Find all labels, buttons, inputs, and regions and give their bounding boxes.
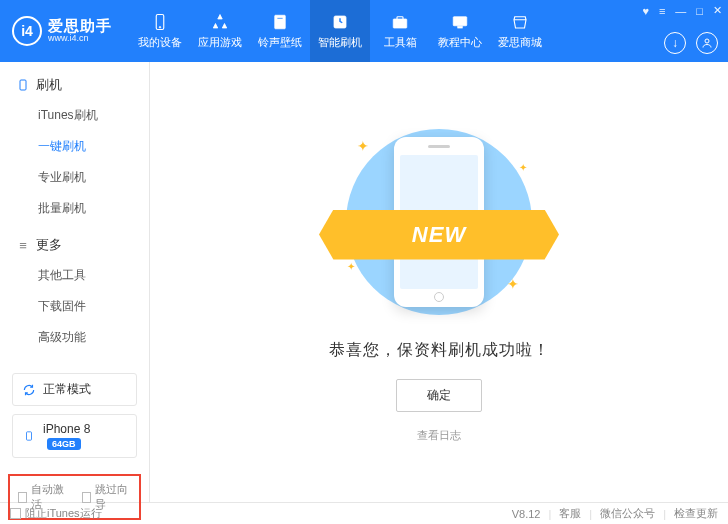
- svg-rect-11: [27, 432, 32, 440]
- app-header: i4 爱思助手 www.i4.cn 我的设备 应用游戏 铃声壁纸 智能刷机 工具…: [0, 0, 728, 62]
- nav-store[interactable]: 爱思商城: [490, 0, 550, 62]
- svg-rect-7: [453, 16, 467, 25]
- sidebar-item-download-firmware[interactable]: 下载固件: [0, 291, 149, 322]
- svg-rect-6: [397, 16, 403, 19]
- svg-rect-5: [393, 19, 407, 28]
- minimize-icon[interactable]: —: [675, 5, 686, 17]
- phone-icon: [151, 13, 169, 31]
- nav-smart-flash[interactable]: 智能刷机: [310, 0, 370, 62]
- sidebar: 刷机 iTunes刷机 一键刷机 专业刷机 批量刷机 ≡ 更多 其他工具 下载固…: [0, 62, 150, 502]
- svg-rect-3: [277, 17, 283, 19]
- svg-rect-10: [20, 80, 26, 90]
- new-ribbon: NEW: [319, 210, 559, 260]
- sidebar-group-more: ≡ 更多: [0, 236, 149, 254]
- group-label: 更多: [36, 236, 62, 254]
- nav-tutorials[interactable]: 教程中心: [430, 0, 490, 62]
- phone-outline-icon: [16, 78, 30, 92]
- sidebar-item-pro-flash[interactable]: 专业刷机: [0, 162, 149, 193]
- user-button[interactable]: [696, 32, 718, 54]
- version-label: V8.12: [512, 508, 541, 520]
- logo-title: 爱思助手: [48, 18, 112, 35]
- logo: i4 爱思助手 www.i4.cn: [0, 16, 124, 46]
- checkbox-label: 阻止iTunes运行: [25, 506, 102, 521]
- mode-label: 正常模式: [43, 381, 91, 398]
- mode-indicator[interactable]: 正常模式: [12, 373, 137, 406]
- main-content: ✦ ✦ ✦ ✦ NEW 恭喜您，保资料刷机成功啦！ 确定 查看日志: [150, 62, 728, 502]
- maximize-icon[interactable]: □: [696, 5, 703, 17]
- apps-icon: [211, 13, 229, 31]
- cart-icon[interactable]: ♥: [642, 5, 649, 17]
- more-icon: ≡: [16, 238, 30, 252]
- view-log-link[interactable]: 查看日志: [417, 428, 461, 443]
- nav-label: 我的设备: [138, 35, 182, 50]
- window-controls: ♥ ≡ — □ ✕: [642, 4, 722, 17]
- refresh-icon: [21, 382, 37, 398]
- download-button[interactable]: ↓: [664, 32, 686, 54]
- sidebar-item-other-tools[interactable]: 其他工具: [0, 260, 149, 291]
- logo-icon: i4: [12, 16, 42, 46]
- nav-label: 爱思商城: [498, 35, 542, 50]
- header-user: ↓: [664, 32, 718, 54]
- store-icon: [511, 13, 529, 31]
- top-nav: 我的设备 应用游戏 铃声壁纸 智能刷机 工具箱 教程中心 爱思商城: [130, 0, 550, 62]
- tutorial-icon: [451, 13, 469, 31]
- sidebar-item-itunes-flash[interactable]: iTunes刷机: [0, 100, 149, 131]
- success-illustration: ✦ ✦ ✦ ✦ NEW: [329, 122, 549, 322]
- nav-my-device[interactable]: 我的设备: [130, 0, 190, 62]
- checkbox-icon: [82, 492, 91, 503]
- storage-badge: 64GB: [47, 438, 81, 450]
- menu-icon[interactable]: ≡: [659, 5, 665, 17]
- svg-point-1: [159, 26, 161, 28]
- device-phone-icon: [21, 428, 37, 444]
- nav-apps-games[interactable]: 应用游戏: [190, 0, 250, 62]
- checkbox-icon: [18, 492, 27, 503]
- flash-icon: [331, 13, 349, 31]
- nav-label: 应用游戏: [198, 35, 242, 50]
- sidebar-group-flash: 刷机: [0, 76, 149, 94]
- nav-label: 智能刷机: [318, 35, 362, 50]
- device-label: iPhone 8: [43, 422, 90, 436]
- confirm-button[interactable]: 确定: [396, 379, 482, 412]
- device-indicator[interactable]: iPhone 8 64GB: [12, 414, 137, 458]
- music-icon: [271, 13, 289, 31]
- nav-label: 工具箱: [384, 35, 417, 50]
- checkbox-block-itunes[interactable]: 阻止iTunes运行: [10, 506, 102, 521]
- svg-point-9: [705, 39, 709, 43]
- footer-update-link[interactable]: 检查更新: [674, 506, 718, 521]
- sidebar-item-advanced[interactable]: 高级功能: [0, 322, 149, 353]
- svg-rect-8: [458, 26, 463, 28]
- sidebar-item-oneclick-flash[interactable]: 一键刷机: [0, 131, 149, 162]
- nav-ringtones[interactable]: 铃声壁纸: [250, 0, 310, 62]
- success-message: 恭喜您，保资料刷机成功啦！: [329, 340, 550, 361]
- group-label: 刷机: [36, 76, 62, 94]
- footer-service-link[interactable]: 客服: [559, 506, 581, 521]
- footer-wechat-link[interactable]: 微信公众号: [600, 506, 655, 521]
- toolbox-icon: [391, 13, 409, 31]
- checkbox-icon: [10, 508, 21, 519]
- sidebar-item-batch-flash[interactable]: 批量刷机: [0, 193, 149, 224]
- nav-label: 教程中心: [438, 35, 482, 50]
- close-icon[interactable]: ✕: [713, 4, 722, 17]
- nav-label: 铃声壁纸: [258, 35, 302, 50]
- logo-subtitle: www.i4.cn: [48, 34, 112, 44]
- nav-toolbox[interactable]: 工具箱: [370, 0, 430, 62]
